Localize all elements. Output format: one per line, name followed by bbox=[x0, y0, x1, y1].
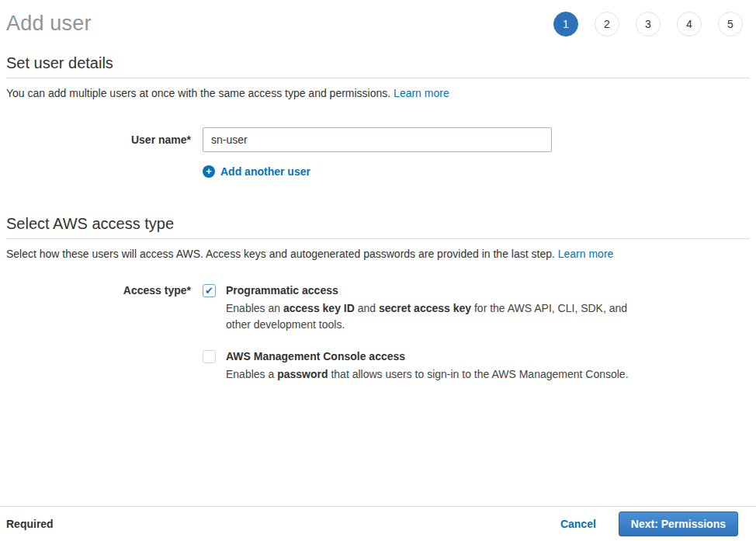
set-user-details-section: Set user details You can add multiple us… bbox=[0, 54, 756, 178]
desc-text-bold: access key ID bbox=[283, 302, 355, 314]
access-type-description: Select how these users will access AWS. … bbox=[6, 248, 750, 261]
set-user-details-heading: Set user details bbox=[6, 54, 750, 72]
description-text: You can add multiple users at once with … bbox=[6, 87, 390, 99]
add-another-user-label: Add another user bbox=[220, 165, 310, 178]
access-type-heading: Select AWS access type bbox=[6, 214, 750, 233]
section-divider bbox=[6, 78, 750, 78]
learn-more-link-user-details[interactable]: Learn more bbox=[394, 87, 449, 99]
footer-actions: Cancel Next: Permissions bbox=[560, 512, 738, 536]
user-name-row: User name* bbox=[6, 127, 750, 152]
add-user-page: Add user 1 2 3 4 5 Set user details You … bbox=[0, 0, 756, 541]
console-access-title: AWS Management Console access bbox=[226, 349, 629, 364]
step-circle-2: 2 bbox=[595, 12, 619, 36]
step-circle-4: 4 bbox=[677, 12, 702, 36]
desc-text: Enables a bbox=[226, 368, 277, 380]
programmatic-access-checkbox[interactable]: ✔ bbox=[203, 284, 216, 297]
add-another-user-row: + Add another user bbox=[6, 165, 750, 178]
page-title: Add user bbox=[6, 9, 92, 37]
section-divider bbox=[6, 238, 750, 239]
wizard-footer: Required Cancel Next: Permissions bbox=[0, 506, 756, 541]
step-circle-5: 5 bbox=[718, 12, 743, 36]
step-circle-3: 3 bbox=[636, 12, 661, 36]
required-label: Required bbox=[6, 518, 54, 530]
cancel-button[interactable]: Cancel bbox=[560, 518, 596, 530]
access-type-row: Access type* ✔ Programmatic access Enabl… bbox=[6, 283, 750, 383]
desc-text-bold: password bbox=[277, 368, 328, 380]
description-text: Select how these users will access AWS. … bbox=[6, 248, 555, 260]
console-access-desc: Enables a password that allows users to … bbox=[226, 366, 629, 383]
access-type-section: Select AWS access type Select how these … bbox=[0, 214, 756, 383]
console-access-checkbox[interactable] bbox=[203, 350, 216, 363]
next-permissions-button[interactable]: Next: Permissions bbox=[619, 512, 738, 536]
learn-more-link-access-type[interactable]: Learn more bbox=[558, 248, 614, 260]
console-access-option: AWS Management Console access Enables a … bbox=[203, 349, 636, 383]
user-name-input[interactable] bbox=[203, 127, 552, 152]
desc-text-bold: secret access key bbox=[379, 302, 471, 314]
set-user-details-description: You can add multiple users at once with … bbox=[6, 87, 750, 100]
programmatic-access-option: ✔ Programmatic access Enables an access … bbox=[203, 283, 636, 333]
desc-text: and bbox=[355, 302, 379, 314]
programmatic-access-title: Programmatic access bbox=[226, 283, 636, 298]
user-name-label: User name* bbox=[12, 134, 191, 146]
plus-circle-icon: + bbox=[203, 165, 215, 178]
access-type-label: Access type* bbox=[12, 284, 191, 297]
desc-text: that allows users to sign-in to the AWS … bbox=[328, 368, 629, 380]
checkmark-icon: ✔ bbox=[205, 286, 213, 296]
page-header: Add user 1 2 3 4 5 bbox=[0, 0, 756, 37]
programmatic-access-desc: Enables an access key ID and secret acce… bbox=[226, 300, 636, 333]
step-circle-1: 1 bbox=[553, 12, 578, 36]
wizard-step-indicator: 1 2 3 4 5 bbox=[537, 12, 743, 36]
add-another-user-button[interactable]: + Add another user bbox=[203, 165, 310, 178]
desc-text: Enables an bbox=[226, 302, 283, 314]
